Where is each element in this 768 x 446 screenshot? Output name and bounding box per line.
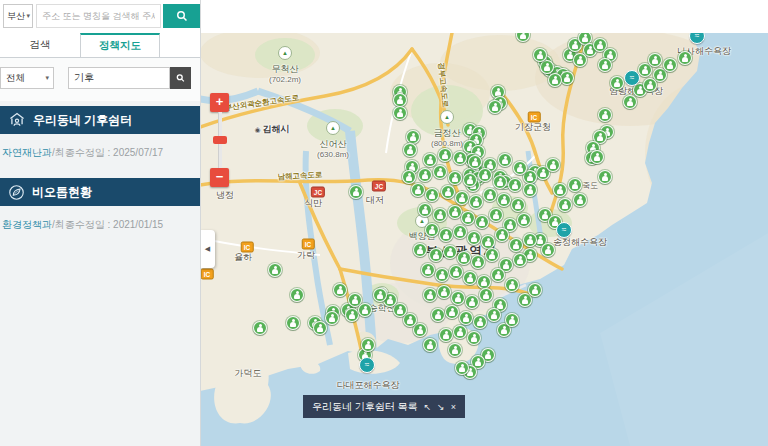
panel-header-climate-shelter[interactable]: 우리동네 기후쉼터	[0, 106, 200, 134]
beach-marker[interactable]: ≈	[624, 70, 640, 86]
climate-shelter-marker[interactable]	[437, 285, 451, 299]
climate-shelter-marker[interactable]	[345, 308, 359, 322]
climate-shelter-marker[interactable]	[508, 178, 522, 192]
climate-shelter-marker[interactable]	[439, 228, 453, 242]
climate-shelter-marker[interactable]	[598, 170, 612, 184]
climate-shelter-marker[interactable]	[465, 295, 479, 309]
panel-header-biotope[interactable]: 비오톱현황	[0, 178, 200, 206]
climate-shelter-marker[interactable]	[425, 188, 439, 202]
climate-shelter-marker[interactable]	[598, 58, 612, 72]
climate-shelter-marker[interactable]	[421, 263, 435, 277]
climate-shelter-marker[interactable]	[663, 58, 677, 72]
climate-shelter-marker[interactable]	[478, 168, 492, 182]
map-canvas[interactable]: + − 우리동네 기후쉼터 목록 ↖ ↘ × 무척산(702.2m)◉김해시신어…	[200, 33, 768, 446]
climate-shelter-marker[interactable]	[373, 288, 387, 302]
climate-shelter-marker[interactable]	[488, 100, 502, 114]
climate-shelter-marker[interactable]	[463, 271, 477, 285]
climate-shelter-marker[interactable]	[467, 331, 481, 345]
tab-policy-map[interactable]: 정책지도	[80, 33, 160, 57]
climate-shelter-marker[interactable]	[413, 323, 427, 337]
climate-shelter-marker[interactable]	[449, 265, 463, 279]
climate-shelter-marker[interactable]	[448, 171, 462, 185]
climate-shelter-marker[interactable]	[393, 93, 407, 107]
climate-shelter-marker[interactable]	[461, 211, 475, 225]
climate-shelter-marker[interactable]	[468, 155, 482, 169]
climate-shelter-marker[interactable]	[495, 228, 509, 242]
close-icon[interactable]: ×	[451, 402, 456, 412]
climate-shelter-marker[interactable]	[455, 361, 469, 375]
climate-shelter-marker[interactable]	[528, 283, 542, 297]
climate-shelter-marker[interactable]	[463, 173, 477, 187]
climate-shelter-marker[interactable]	[497, 193, 511, 207]
climate-shelter-marker[interactable]	[568, 178, 582, 192]
climate-shelter-marker[interactable]	[573, 193, 587, 207]
climate-shelter-marker[interactable]	[481, 235, 495, 249]
climate-shelter-marker[interactable]	[487, 308, 501, 322]
climate-shelter-marker[interactable]	[479, 288, 493, 302]
climate-shelter-marker[interactable]	[425, 223, 439, 237]
category-select[interactable]: 전체 ▾	[0, 67, 54, 89]
climate-shelter-marker[interactable]	[448, 343, 462, 357]
climate-shelter-marker[interactable]	[648, 53, 662, 67]
climate-shelter-marker[interactable]	[573, 53, 587, 67]
climate-shelter-marker[interactable]	[477, 275, 491, 289]
climate-shelter-marker[interactable]	[483, 188, 497, 202]
zoom-slider-track[interactable]	[218, 112, 222, 168]
climate-shelter-marker[interactable]	[361, 338, 375, 352]
climate-shelter-marker[interactable]	[349, 185, 363, 199]
climate-shelter-marker[interactable]	[475, 215, 489, 229]
climate-shelter-marker[interactable]	[333, 283, 347, 297]
climate-shelter-marker[interactable]	[511, 198, 525, 212]
climate-shelter-marker[interactable]	[610, 76, 624, 90]
climate-shelter-marker[interactable]	[540, 60, 554, 74]
climate-shelter-marker[interactable]	[393, 106, 407, 120]
climate-shelter-marker[interactable]	[406, 130, 420, 144]
climate-shelter-marker[interactable]	[523, 183, 537, 197]
climate-shelter-marker[interactable]	[548, 73, 562, 87]
climate-shelter-marker[interactable]	[455, 191, 469, 205]
climate-shelter-marker[interactable]	[541, 243, 555, 257]
climate-shelter-marker[interactable]	[485, 248, 499, 262]
climate-shelter-marker[interactable]	[290, 288, 304, 302]
climate-shelter-marker[interactable]	[423, 153, 437, 167]
climate-shelter-marker[interactable]	[473, 315, 487, 329]
dept-link[interactable]: 자연재난과	[2, 147, 52, 158]
climate-shelter-marker[interactable]	[402, 170, 416, 184]
climate-shelter-marker[interactable]	[509, 238, 523, 252]
climate-shelter-marker[interactable]	[623, 95, 637, 109]
climate-shelter-marker[interactable]	[523, 233, 537, 247]
climate-shelter-marker[interactable]	[358, 303, 372, 317]
climate-shelter-marker[interactable]	[471, 255, 485, 269]
climate-shelter-marker[interactable]	[403, 143, 417, 157]
climate-shelter-marker[interactable]	[546, 158, 560, 172]
climate-shelter-marker[interactable]	[411, 183, 425, 197]
climate-shelter-marker[interactable]	[560, 71, 574, 85]
climate-shelter-marker[interactable]	[517, 213, 531, 227]
climate-shelter-marker[interactable]	[453, 325, 467, 339]
climate-shelter-marker[interactable]	[448, 205, 462, 219]
dept-link[interactable]: 환경정책과	[2, 219, 52, 230]
climate-shelter-marker[interactable]	[418, 168, 432, 182]
climate-shelter-marker[interactable]	[423, 338, 437, 352]
climate-shelter-marker[interactable]	[459, 311, 473, 325]
resize-se-icon[interactable]: ↘	[437, 402, 445, 412]
climate-shelter-marker[interactable]	[590, 150, 604, 164]
climate-shelter-marker[interactable]	[491, 268, 505, 282]
climate-shelter-marker[interactable]	[505, 278, 519, 292]
climate-shelter-marker[interactable]	[403, 313, 417, 327]
resize-nw-icon[interactable]: ↖	[424, 402, 432, 412]
climate-shelter-marker[interactable]	[558, 198, 572, 212]
climate-shelter-marker[interactable]	[393, 303, 407, 317]
climate-shelter-marker[interactable]	[313, 321, 327, 335]
climate-shelter-marker[interactable]	[413, 243, 427, 257]
beach-marker[interactable]: ≈	[359, 357, 375, 373]
climate-shelter-marker[interactable]	[553, 183, 567, 197]
climate-shelter-marker[interactable]	[431, 308, 445, 322]
climate-shelter-marker[interactable]	[435, 268, 449, 282]
climate-shelter-marker[interactable]	[253, 321, 267, 335]
keyword-input[interactable]	[68, 67, 170, 89]
zoom-out-button[interactable]: −	[210, 168, 229, 187]
address-search-input[interactable]	[36, 4, 161, 28]
climate-shelter-marker[interactable]	[678, 51, 692, 65]
beach-marker[interactable]: ≈	[556, 222, 572, 238]
